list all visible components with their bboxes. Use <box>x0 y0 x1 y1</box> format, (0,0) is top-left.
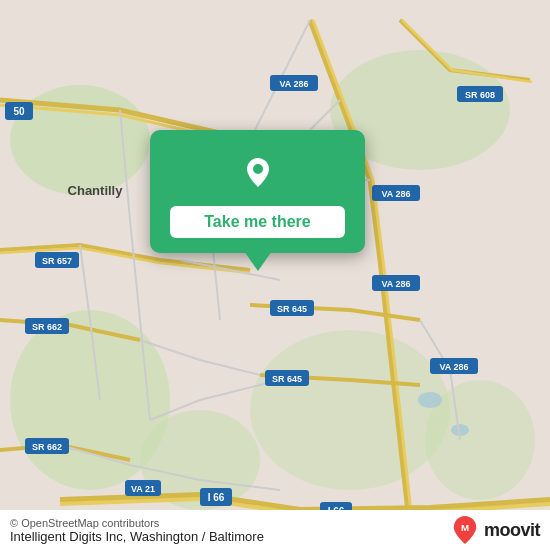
svg-point-7 <box>418 392 442 408</box>
popup-card: Take me there <box>150 130 365 253</box>
take-me-there-button[interactable]: Take me there <box>170 206 345 238</box>
svg-point-39 <box>253 164 263 174</box>
svg-text:SR 662: SR 662 <box>32 322 62 332</box>
svg-text:50: 50 <box>13 106 25 117</box>
location-pin-icon <box>234 148 282 196</box>
svg-text:Chantilly: Chantilly <box>68 183 124 198</box>
svg-text:I 66: I 66 <box>208 492 225 503</box>
location-title: Intelligent Digits Inc, Washington / Bal… <box>10 529 264 544</box>
map-container: 50 VA 286 VA 286 VA 286 VA 286 SR 608 SR… <box>0 0 550 550</box>
svg-text:SR 645: SR 645 <box>272 374 302 384</box>
moovit-logo: M moovit <box>451 516 540 544</box>
map-svg: 50 VA 286 VA 286 VA 286 VA 286 SR 608 SR… <box>0 0 550 550</box>
svg-text:VA 286: VA 286 <box>439 362 468 372</box>
svg-text:SR 608: SR 608 <box>465 90 495 100</box>
svg-text:VA 286: VA 286 <box>279 79 308 89</box>
svg-text:VA 21: VA 21 <box>131 484 155 494</box>
moovit-pin-icon: M <box>451 516 479 544</box>
bottom-bar-info: © OpenStreetMap contributors Intelligent… <box>10 517 264 544</box>
svg-point-4 <box>250 330 450 490</box>
copyright-text: © OpenStreetMap contributors <box>10 517 264 529</box>
svg-text:VA 286: VA 286 <box>381 279 410 289</box>
svg-text:SR 657: SR 657 <box>42 256 72 266</box>
svg-text:M: M <box>461 522 469 533</box>
svg-text:SR 662: SR 662 <box>32 442 62 452</box>
svg-text:VA 286: VA 286 <box>381 189 410 199</box>
bottom-bar: © OpenStreetMap contributors Intelligent… <box>0 510 550 550</box>
moovit-brand-text: moovit <box>484 520 540 541</box>
svg-text:SR 645: SR 645 <box>277 304 307 314</box>
